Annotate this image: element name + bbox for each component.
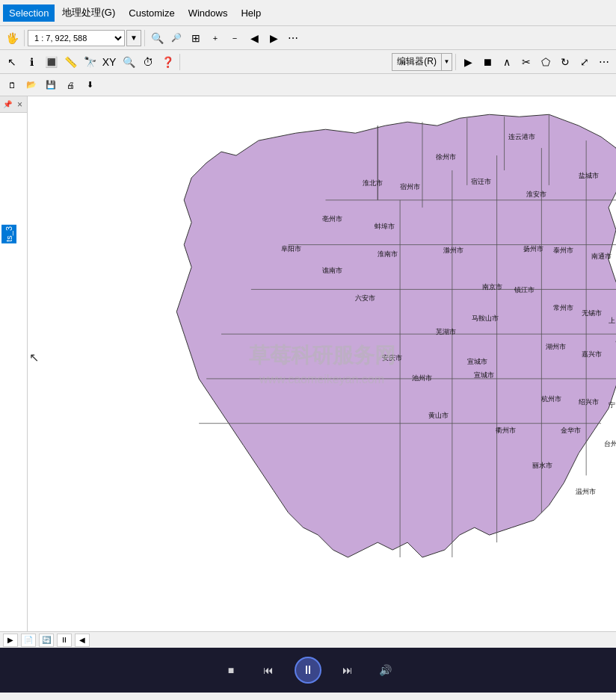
city-yangzhou: 扬州市 (523, 245, 543, 253)
editor-dropdown: 编辑器(R) ▼ (392, 53, 452, 71)
city-maanshan: 马鞍山市 (472, 315, 499, 322)
edit-scale-btn[interactable]: ⤢ (576, 53, 594, 71)
info-btn[interactable]: ℹ (22, 53, 40, 71)
map-svg: .region { fill: #c8a8d8; stroke: #333; s… (28, 96, 616, 631)
down-btn[interactable]: ⬇ (81, 76, 99, 94)
city-wuhu: 芜湖市 (436, 328, 456, 335)
volume-btn[interactable]: 🔊 (374, 659, 396, 681)
city-qiaonanbei: 谯南市 (322, 267, 342, 274)
time-slider-btn[interactable]: ⏱ (139, 53, 157, 71)
city-fuyang: 阜阳市 (281, 245, 301, 253)
pan-tool-btn[interactable]: 🖐 (3, 29, 21, 47)
edit-reshape-btn[interactable]: ⬠ (537, 53, 555, 71)
next-btn[interactable]: ⏭ (336, 659, 359, 681)
binoculars-btn[interactable]: 🔭 (81, 53, 99, 71)
city-jinhua: 金华市 (561, 427, 581, 434)
back-extent-btn[interactable]: ◀ (245, 29, 263, 47)
stop-editing-btn[interactable]: ⏹ (478, 53, 496, 71)
city-zhenjiang: 镇江市 (514, 286, 535, 294)
fixed-zoom-out-btn[interactable]: − (226, 29, 244, 47)
city-taizhou-js: 泰州市 (553, 247, 573, 254)
city-chuzhou: 滁州市 (443, 247, 463, 254)
status-bar: ▶ 📄 🔄 ⏸ ◀ (0, 631, 616, 648)
bottom-bar: ■ ⏮ ⏸ ⏭ 🔊 (0, 648, 616, 693)
editor-toolbar: ↖ ℹ 🔳 📏 🔭 XY 🔍 ⏱ ❓ 编辑器(R) ▼ ▶ ⏹ ∧ ✂ ⬠ ↻ … (0, 50, 616, 74)
prev-btn[interactable]: ⏮ (257, 659, 280, 681)
sidebar-close-btn[interactable]: × (16, 99, 24, 110)
city-xuzhou: 徐州市 (436, 153, 456, 161)
city-huaian: 淮安市 (526, 191, 546, 198)
city-shaoxing: 绍兴市 (579, 398, 599, 406)
city-lianyungang: 连云港市 (508, 133, 535, 140)
find-btn[interactable]: 🔍 (120, 53, 138, 71)
menu-geoprocessing[interactable]: 地理处理(G) (56, 3, 121, 22)
city-luan: 六安市 (355, 294, 375, 302)
sidebar: 📌 × ts_3 (0, 96, 28, 631)
city-suqian: 宿迁市 (471, 178, 491, 185)
editor-btn[interactable]: 编辑器(R) (392, 53, 442, 71)
menu-windows[interactable]: Windows (182, 4, 234, 22)
menu-selection[interactable]: Selection (3, 4, 55, 22)
identify-btn[interactable]: ❓ (158, 53, 176, 71)
city-huzhou: 湖州市 (546, 343, 566, 350)
editor-dropdown-arrow[interactable]: ▼ (442, 53, 452, 71)
divider2 (144, 30, 145, 46)
zoom-in-btn[interactable]: 🔍 (148, 29, 166, 47)
toolbar3: 🗒 📂 💾 🖨 ⬇ (0, 74, 616, 96)
play-pause-btn[interactable]: ⏸ (295, 657, 321, 684)
edit-more-btn[interactable]: ⋯ (595, 53, 613, 71)
status-doc-btn[interactable]: 📄 (21, 634, 36, 647)
status-play-btn[interactable]: ▶ (3, 634, 18, 647)
city-wuxi: 无锡市 (582, 309, 602, 317)
sidebar-header: 📌 × (0, 96, 27, 113)
open-map-btn[interactable]: 📂 (22, 76, 40, 94)
city-bengbu: 蚌埠市 (375, 223, 395, 230)
toc-panel: ts_3 (0, 113, 27, 631)
status-pause-btn[interactable]: ⏸ (57, 634, 72, 647)
city-nanjing: 南京市 (482, 283, 502, 291)
city-bozhou: 亳州市 (322, 215, 342, 223)
edit-vertices-btn[interactable]: ∧ (498, 53, 516, 71)
scale-select[interactable]: 1 : 7, 922, 588 (28, 30, 125, 46)
map-area[interactable]: 草莓科研服务网 www.caomeikeyan.com ↖ .region { … (28, 96, 616, 631)
status-refresh-btn[interactable]: 🔄 (39, 634, 54, 647)
city-xuancheng: 宣城市 (467, 358, 487, 365)
city-changzhou: 常州市 (553, 304, 573, 312)
forward-extent-btn[interactable]: ▶ (265, 29, 283, 47)
menu-bar: Selection 地理处理(G) Customize Windows Help (0, 0, 616, 26)
menu-help[interactable]: Help (235, 4, 267, 22)
main-area: 📌 × ts_3 草莓科研服务网 www.caomeikeyan.com ↖ .… (0, 96, 616, 631)
svg-marker-0 (176, 114, 616, 557)
toc-layer-label[interactable]: ts_3 (1, 225, 16, 244)
scale-dropdown-btn[interactable]: ▼ (126, 30, 141, 46)
city-shanghai: 上 (609, 317, 615, 324)
full-extent-btn[interactable]: ⊞ (187, 29, 205, 47)
stop-btn[interactable]: ■ (220, 659, 242, 681)
divider1 (24, 30, 25, 46)
start-editing-btn[interactable]: ▶ (459, 53, 477, 71)
zoom-out-btn[interactable]: 🔎 (167, 29, 185, 47)
city-anqing: 安庆市 (382, 354, 402, 362)
measure-btn[interactable]: 📏 (61, 53, 79, 71)
city-huaibei: 淮北市 (363, 179, 383, 187)
city-quzhou: 衢州市 (496, 427, 516, 434)
select-features-btn[interactable]: 🔳 (42, 53, 60, 71)
city-yancheng: 盐城市 (579, 172, 599, 179)
city-huainan: 淮南市 (378, 250, 398, 258)
status-back-btn[interactable]: ◀ (75, 634, 90, 647)
city-chizhou: 池州市 (412, 374, 432, 382)
edit-arrow-btn[interactable]: ↖ (3, 53, 21, 71)
print-btn[interactable]: 🖨 (61, 76, 79, 94)
edit-rotate-btn[interactable]: ↻ (556, 53, 574, 71)
more-tools-btn[interactable]: ⋯ (284, 29, 302, 47)
fixed-zoom-in-btn[interactable]: + (206, 29, 224, 47)
sidebar-pin-icon: 📌 (3, 100, 12, 108)
city-huangshan: 黄山市 (428, 412, 449, 419)
go-to-xy-btn[interactable]: XY (100, 53, 118, 71)
toolbar-scale: 🖐 1 : 7, 922, 588 ▼ 🔍 🔎 ⊞ + − ◀ ▶ ⋯ (0, 26, 616, 50)
menu-customize[interactable]: Customize (123, 4, 180, 22)
save-map-btn[interactable]: 💾 (42, 76, 60, 94)
city-lishui: 丽水市 (532, 462, 552, 469)
new-map-btn[interactable]: 🗒 (3, 76, 21, 94)
edit-split-btn[interactable]: ✂ (517, 53, 535, 71)
